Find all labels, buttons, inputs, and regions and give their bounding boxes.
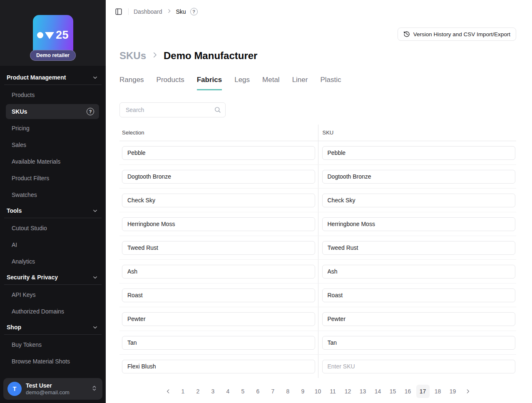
divider <box>4 218 102 218</box>
previous-page-button[interactable] <box>162 385 175 398</box>
sidebar-item-api-keys[interactable]: API Keys <box>0 286 106 303</box>
sku-input[interactable] <box>322 241 516 255</box>
sidebar: 25 Demo retailer Product ManagementProdu… <box>0 0 106 403</box>
user-name: Test User <box>26 382 87 389</box>
user-menu[interactable]: T Test User demo@email.com <box>3 378 102 400</box>
sku-input[interactable] <box>322 146 516 160</box>
sidebar-item-pricing[interactable]: Pricing <box>0 120 106 137</box>
sidebar-section-shop[interactable]: Shop <box>0 320 106 334</box>
sidebar-item-analytics[interactable]: Analytics <box>0 253 106 270</box>
tab-plastic[interactable]: Plastic <box>320 76 341 90</box>
sidebar-item-buy-tokens[interactable]: Buy Tokens <box>0 336 106 353</box>
chevron-down-icon <box>92 374 98 375</box>
selection-input[interactable] <box>122 217 315 231</box>
page-6[interactable]: 6 <box>251 385 265 398</box>
search-wrap <box>119 102 226 117</box>
selection-input[interactable] <box>122 312 315 326</box>
retailer-badge: Demo retailer <box>30 50 76 61</box>
help-icon[interactable]: ? <box>190 8 198 15</box>
table-rows <box>119 141 516 378</box>
page-12[interactable]: 12 <box>341 385 355 398</box>
sidebar-toggle-icon[interactable] <box>114 7 123 16</box>
page-8[interactable]: 8 <box>281 385 295 398</box>
chevron-right-icon <box>151 51 159 60</box>
sku-input[interactable] <box>322 265 516 279</box>
sku-input[interactable] <box>322 194 516 207</box>
tab-ranges[interactable]: Ranges <box>119 76 144 90</box>
title-skus-link[interactable]: SKUs <box>119 50 146 62</box>
selection-input[interactable] <box>122 241 315 255</box>
page-17[interactable]: 17 <box>416 385 430 398</box>
version-history-button[interactable]: Version History and CSV Import/Export <box>398 27 516 41</box>
sku-input[interactable] <box>322 170 516 184</box>
tab-bar: RangesProductsFabricsLegsMetalLinerPlast… <box>119 76 516 90</box>
page-2[interactable]: 2 <box>191 385 205 398</box>
title-manufacturer: Demo Manufacturer <box>164 50 257 62</box>
page-13[interactable]: 13 <box>356 385 370 398</box>
chevron-down-icon <box>92 324 98 331</box>
table-row <box>119 141 516 165</box>
logo-number: 25 <box>56 29 69 42</box>
breadcrumb-dashboard[interactable]: Dashboard <box>134 8 162 15</box>
sidebar-item-sales[interactable]: Sales <box>0 137 106 153</box>
page-16[interactable]: 16 <box>401 385 415 398</box>
help-icon[interactable]: ? <box>87 108 94 115</box>
table-row <box>119 284 516 307</box>
page-10[interactable]: 10 <box>311 385 325 398</box>
sku-input[interactable] <box>322 312 516 326</box>
page-7[interactable]: 7 <box>266 385 280 398</box>
sidebar-item-cutout-studio[interactable]: Cutout Studio <box>0 220 106 236</box>
table-header: Selection SKU <box>119 124 516 141</box>
tab-products[interactable]: Products <box>157 76 184 90</box>
sidebar-item-skus[interactable]: SKUs ? <box>0 103 106 120</box>
page-19[interactable]: 19 <box>446 385 460 398</box>
tab-legs[interactable]: Legs <box>234 76 250 90</box>
sku-table: Selection SKU <box>119 124 516 378</box>
search-input[interactable] <box>119 102 226 117</box>
page-18[interactable]: 18 <box>431 385 445 398</box>
table-row <box>119 355 516 378</box>
sku-input[interactable] <box>322 360 516 373</box>
selection-input[interactable] <box>122 360 315 373</box>
page-14[interactable]: 14 <box>371 385 385 398</box>
sku-input[interactable] <box>322 336 516 350</box>
sidebar-item-product-filters[interactable]: Product Filters <box>0 170 106 187</box>
next-page-button[interactable] <box>461 385 475 398</box>
selection-input[interactable] <box>122 170 315 184</box>
breadcrumb: Dashboard Sku ? <box>134 8 198 15</box>
tab-fabrics[interactable]: Fabrics <box>197 76 222 90</box>
chevron-down-icon <box>92 208 98 214</box>
sidebar-section-product-management[interactable]: Product Management <box>0 70 106 85</box>
section-label: Security & Privacy <box>7 274 58 281</box>
breadcrumb-sku: Sku <box>176 8 186 15</box>
page-1[interactable]: 1 <box>177 385 190 398</box>
sidebar-section-security-privacy[interactable]: Security & Privacy <box>0 270 106 284</box>
selection-input[interactable] <box>122 146 315 160</box>
sku-input[interactable] <box>322 289 516 302</box>
sidebar-item-ai[interactable]: AI <box>0 236 106 253</box>
sku-input[interactable] <box>322 217 516 231</box>
sidebar-item-browse-material-shots[interactable]: Browse Material Shots <box>0 353 106 370</box>
table-row <box>119 331 516 355</box>
page-11[interactable]: 11 <box>326 385 340 398</box>
sidebar-item-products[interactable]: Products <box>0 87 106 103</box>
sidebar-section-help[interactable]: Help <box>0 370 106 375</box>
selection-input[interactable] <box>122 336 315 350</box>
avatar: T <box>7 382 22 396</box>
selection-input[interactable] <box>122 289 315 302</box>
selection-input[interactable] <box>122 194 315 207</box>
tab-liner[interactable]: Liner <box>292 76 308 90</box>
sidebar-item-available-materials[interactable]: Available Materials <box>0 153 106 170</box>
page-9[interactable]: 9 <box>296 385 310 398</box>
sidebar-item-authorized-domains[interactable]: Authorized Domains <box>0 303 106 320</box>
selection-input[interactable] <box>122 265 315 279</box>
page-5[interactable]: 5 <box>236 385 250 398</box>
page-3[interactable]: 3 <box>206 385 220 398</box>
sidebar-item-swatches[interactable]: Swatches <box>0 187 106 203</box>
page-15[interactable]: 15 <box>386 385 400 398</box>
sidebar-section-tools[interactable]: Tools <box>0 203 106 218</box>
divider <box>4 334 102 335</box>
tab-metal[interactable]: Metal <box>262 76 280 90</box>
page-4[interactable]: 4 <box>221 385 235 398</box>
action-row: Version History and CSV Import/Export <box>119 27 516 41</box>
